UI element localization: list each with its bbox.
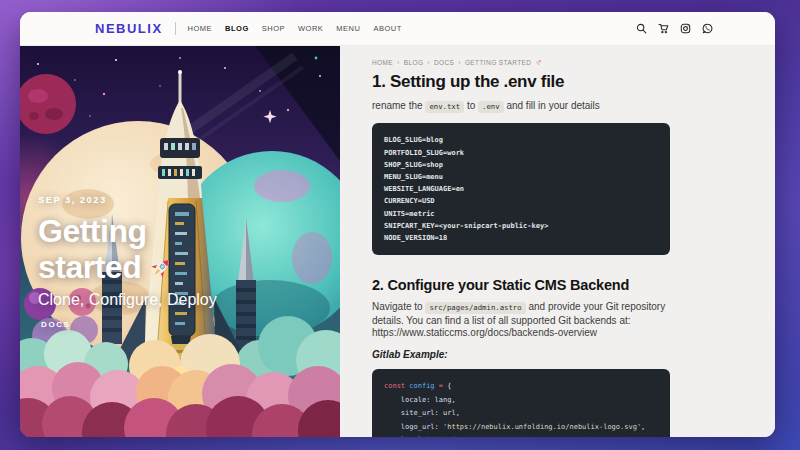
config-code-block: const config = { locale: lang, site_url:… xyxy=(372,369,670,437)
hero-title-line1: Getting xyxy=(38,213,217,249)
main-nav: HOMEBLOGSHOPWORKMENUABOUT xyxy=(188,24,402,33)
breadcrumb-docs[interactable]: DOCS xyxy=(434,59,454,66)
nav-item-shop[interactable]: SHOP xyxy=(262,24,285,33)
hero-date: SEP 3, 2023 xyxy=(38,194,217,205)
code-line: SNIPCART_KEY=<your-snipcart-public-key> xyxy=(384,220,658,232)
inline-code: .env xyxy=(478,101,504,113)
breadcrumb-separator: › xyxy=(427,59,430,66)
hero-title: Getting started xyxy=(38,213,217,285)
breadcrumb-rocket-icon xyxy=(535,59,542,66)
section2-body: Navigate to src/pages/admin.astro and pr… xyxy=(372,301,674,339)
code-line: local_backend: true, xyxy=(384,434,658,437)
breadcrumb-separator: › xyxy=(458,59,461,66)
inline-code: env.txt xyxy=(425,101,464,113)
code-line: MENU_SLUG=menu xyxy=(384,171,658,183)
section2-heading: 2. Configure your Static CMS Backend xyxy=(372,277,775,293)
hero-subtitle: Clone, Configure, Deploy xyxy=(38,291,217,309)
site-header: NEBULIX HOMEBLOGSHOPWORKMENUABOUT xyxy=(20,12,775,46)
code-line: UNITS=metric xyxy=(384,208,658,220)
code-line: const config = { xyxy=(384,380,658,393)
env-code-block: BLOG_SLUG=blogPORTFOLIO_SLUG=workSHOP_SL… xyxy=(372,123,670,255)
breadcrumb-separator: › xyxy=(397,59,400,66)
inline-code: src/pages/admin.astro xyxy=(425,302,525,314)
article-content: HOME›BLOG›DOCS›GETTING STARTED 1. Settin… xyxy=(340,46,775,437)
nav-item-blog[interactable]: BLOG xyxy=(225,24,249,33)
code-line: CURRENCY=USD xyxy=(384,195,658,207)
hero-cover: SEP 3, 2023 Getting started xyxy=(20,46,340,437)
nav-item-work[interactable]: WORK xyxy=(298,24,323,33)
section1-intro: rename the env.txt to .env and fill in y… xyxy=(372,100,674,113)
section1-heading: 1. Setting up the .env file xyxy=(372,72,775,92)
code-line: locale: lang, xyxy=(384,394,658,407)
code-line: WEBSITE_LANGUAGE=en xyxy=(384,183,658,195)
header-divider xyxy=(175,22,176,35)
code-line: PORTFOLIO_SLUG=work xyxy=(384,147,658,159)
breadcrumb-getting-started[interactable]: GETTING STARTED xyxy=(465,59,531,66)
window-body: SEP 3, 2023 Getting started xyxy=(20,46,775,437)
whatsapp-icon[interactable] xyxy=(702,23,713,34)
rocket-emoji-icon xyxy=(148,255,174,281)
header-icons xyxy=(636,23,713,34)
hero-tag-docs[interactable]: DOCS xyxy=(41,320,217,329)
code-line: BLOG_SLUG=blog xyxy=(384,134,658,146)
code-line: logo_url: 'https://nebulix.unfolding.io/… xyxy=(384,421,658,434)
nav-item-about[interactable]: ABOUT xyxy=(373,24,401,33)
browser-window: NEBULIX HOMEBLOGSHOPWORKMENUABOUT xyxy=(20,12,775,437)
nav-item-home[interactable]: HOME xyxy=(188,24,213,33)
instagram-icon[interactable] xyxy=(680,23,691,34)
code-line: site_url: url, xyxy=(384,407,658,420)
code-line: NODE_VERSION=18 xyxy=(384,232,658,244)
breadcrumb-blog[interactable]: BLOG xyxy=(404,59,424,66)
site-logo[interactable]: NEBULIX xyxy=(95,21,163,36)
breadcrumb: HOME›BLOG›DOCS›GETTING STARTED xyxy=(372,59,775,66)
breadcrumb-home[interactable]: HOME xyxy=(372,59,393,66)
gitlab-example-label: Gitlab Example: xyxy=(372,349,775,360)
code-line: SHOP_SLUG=shop xyxy=(384,159,658,171)
cart-icon[interactable] xyxy=(658,23,669,34)
nav-item-menu[interactable]: MENU xyxy=(336,24,360,33)
hero-title-line2: started xyxy=(38,249,217,285)
hero-text: SEP 3, 2023 Getting started xyxy=(38,194,217,329)
search-icon[interactable] xyxy=(636,23,647,34)
